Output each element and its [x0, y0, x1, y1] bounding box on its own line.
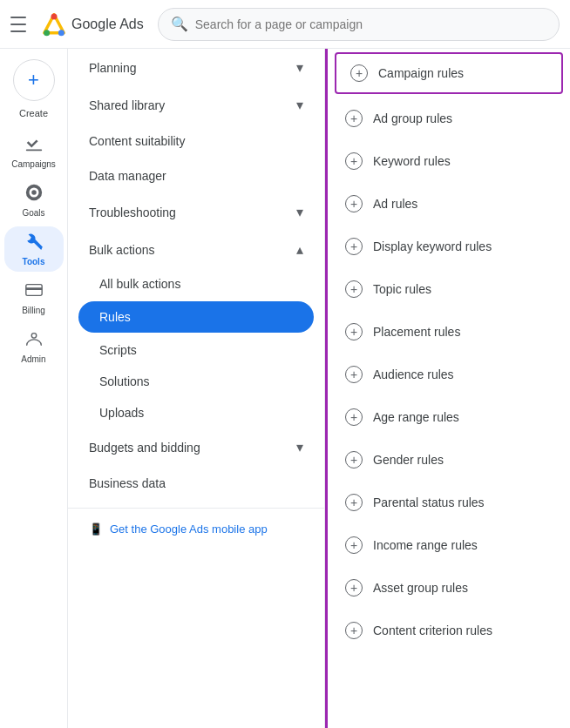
google-ads-logo-icon [42, 12, 66, 37]
billing-label: Billing [22, 306, 45, 315]
age-range-rules-plus-icon: + [345, 408, 363, 426]
troubleshooting-label: Troubleshooting [89, 206, 176, 219]
gender-rules-label: Gender rules [373, 453, 444, 467]
create-label: Create [19, 108, 48, 118]
dropdown-panel: + Campaign rules + Ad group rules + Keyw… [325, 49, 570, 728]
uploads-label: Uploads [99, 406, 144, 420]
sidebar-sub-item-solutions[interactable]: Solutions [68, 366, 324, 397]
dropdown-item-keyword-rules[interactable]: + Keyword rules [328, 140, 570, 183]
admin-icon [24, 329, 44, 353]
svg-point-3 [51, 13, 58, 19]
goals-icon [24, 183, 44, 206]
google-ads-logo: Google Ads [42, 12, 144, 37]
dropdown-item-content-criterion-rules[interactable]: + Content criterion rules [328, 610, 570, 652]
content-suitability-label: Content suitability [89, 134, 186, 148]
rules-label: Rules [99, 310, 131, 324]
campaigns-icon [24, 134, 44, 158]
parental-status-rules-plus-icon: + [345, 494, 363, 511]
topic-rules-label: Topic rules [373, 282, 431, 296]
placement-rules-label: Placement rules [373, 325, 460, 339]
shared-library-chevron-icon: ▾ [296, 97, 303, 113]
content-criterion-rules-label: Content criterion rules [373, 624, 492, 637]
sidebar-item-admin[interactable]: Admin [4, 324, 64, 369]
sidebar-sub-item-uploads[interactable]: Uploads [68, 397, 324, 428]
ad-rules-label: Ad rules [373, 197, 417, 211]
budgets-bidding-chevron-icon: ▾ [296, 439, 303, 455]
display-keyword-rules-plus-icon: + [345, 238, 363, 255]
sidebar-item-billing[interactable]: Billing [4, 275, 64, 320]
sidebar-sub-item-rules[interactable]: Rules [78, 301, 314, 333]
ad-group-rules-label: Ad group rules [373, 111, 452, 125]
dropdown-item-gender-rules[interactable]: + Gender rules [328, 439, 570, 482]
campaign-rules-label: Campaign rules [378, 66, 464, 80]
audience-rules-plus-icon: + [345, 366, 363, 383]
mobile-app-icon: 📱 [89, 522, 103, 536]
main-layout: + Create Campaigns Goals Tools Billi [0, 49, 570, 728]
sidebar-item-tools[interactable]: Tools [4, 226, 64, 272]
svg-point-1 [44, 30, 50, 36]
sidebar-item-goals[interactable]: Goals [4, 178, 64, 223]
svg-point-7 [31, 334, 37, 339]
parental-status-rules-label: Parental status rules [373, 495, 485, 509]
sidebar-item-troubleshooting[interactable]: Troubleshooting ▾ [68, 193, 324, 231]
ad-group-rules-plus-icon: + [345, 110, 363, 127]
sidebar-item-content-suitability[interactable]: Content suitability [68, 124, 324, 158]
google-ads-logo-text: Google Ads [71, 17, 144, 32]
tools-icon [24, 232, 44, 255]
planning-chevron-icon: ▾ [296, 59, 303, 76]
display-keyword-rules-label: Display keyword rules [373, 239, 492, 253]
all-bulk-actions-label: All bulk actions [99, 277, 180, 291]
sidebar-item-budgets-bidding[interactable]: Budgets and bidding ▾ [68, 428, 324, 466]
asset-group-rules-label: Asset group rules [373, 581, 468, 595]
age-range-rules-label: Age range rules [373, 410, 459, 424]
sidebar-sub-item-scripts[interactable]: Scripts [68, 334, 324, 366]
audience-rules-label: Audience rules [373, 367, 454, 381]
bulk-actions-label: Bulk actions [89, 243, 154, 257]
search-input[interactable] [195, 17, 546, 31]
dropdown-item-ad-rules[interactable]: + Ad rules [328, 183, 570, 226]
footer-text: Get the Google Ads mobile app [110, 522, 268, 536]
svg-point-2 [58, 30, 64, 36]
sidebar-item-business-data[interactable]: Business data [68, 466, 324, 501]
search-bar[interactable]: 🔍 [158, 8, 560, 41]
ad-rules-plus-icon: + [345, 195, 363, 212]
campaigns-label: Campaigns [11, 159, 56, 169]
topic-rules-plus-icon: + [345, 280, 363, 298]
scripts-label: Scripts [99, 343, 137, 357]
dropdown-item-campaign-rules[interactable]: + Campaign rules [335, 52, 563, 94]
tools-label: Tools [23, 257, 45, 266]
dropdown-item-age-range-rules[interactable]: + Age range rules [328, 396, 570, 439]
icon-nav: + Create Campaigns Goals Tools Billi [0, 49, 68, 728]
create-plus-icon: + [28, 69, 39, 91]
bulk-actions-chevron-icon: ▴ [296, 241, 303, 258]
budgets-bidding-label: Budgets and bidding [89, 441, 200, 455]
planning-label: Planning [89, 61, 137, 75]
dropdown-item-parental-status-rules[interactable]: + Parental status rules [328, 482, 570, 524]
dropdown-item-topic-rules[interactable]: + Topic rules [328, 268, 570, 311]
create-button[interactable]: + [13, 59, 55, 101]
dropdown-item-audience-rules[interactable]: + Audience rules [328, 354, 570, 396]
admin-label: Admin [21, 354, 45, 364]
dropdown-item-ad-group-rules[interactable]: + Ad group rules [328, 98, 570, 140]
sidebar-item-data-manager[interactable]: Data manager [68, 158, 324, 193]
keyword-rules-label: Keyword rules [373, 154, 451, 168]
dropdown-item-income-range-rules[interactable]: + Income range rules [328, 524, 570, 567]
sidebar-item-bulk-actions[interactable]: Bulk actions ▴ [68, 231, 324, 268]
dropdown-item-display-keyword-rules[interactable]: + Display keyword rules [328, 226, 570, 268]
asset-group-rules-plus-icon: + [345, 579, 363, 597]
sidebar-item-shared-library[interactable]: Shared library ▾ [68, 86, 324, 124]
hamburger-icon[interactable] [10, 14, 31, 35]
svg-rect-4 [25, 149, 41, 151]
sidebar-item-campaigns[interactable]: Campaigns [4, 129, 64, 174]
sidebar-item-planning[interactable]: Planning ▾ [68, 49, 324, 86]
dropdown-item-asset-group-rules[interactable]: + Asset group rules [328, 567, 570, 610]
sidebar-sub-item-all-bulk-actions[interactable]: All bulk actions [68, 268, 324, 300]
sidebar: Planning ▾ Shared library ▾ Content suit… [68, 49, 325, 728]
data-manager-label: Data manager [89, 169, 166, 183]
campaign-rules-plus-icon: + [350, 64, 368, 82]
sidebar-footer-app-link[interactable]: 📱 Get the Google Ads mobile app [68, 508, 324, 549]
dropdown-item-placement-rules[interactable]: + Placement rules [328, 311, 570, 354]
goals-label: Goals [22, 208, 44, 218]
shared-library-label: Shared library [89, 98, 165, 112]
troubleshooting-chevron-icon: ▾ [296, 204, 303, 220]
